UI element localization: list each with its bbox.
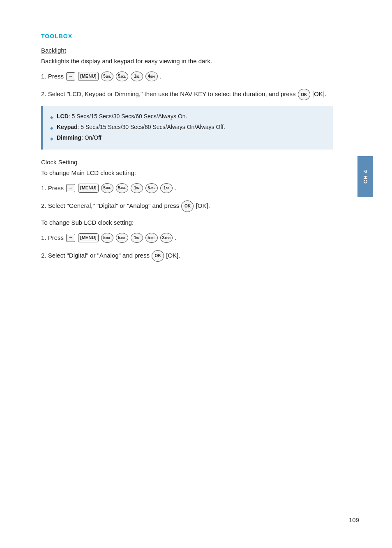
clock-step1-dot: . — [175, 183, 176, 193]
step2-sub-suffix: [OK]. — [166, 252, 180, 259]
key-152-3[interactable]: 1 52 — [160, 183, 173, 193]
minus-button-3[interactable]: − — [66, 234, 75, 242]
key-152-4[interactable]: 1 52 — [131, 233, 143, 243]
clock-step1-prefix: 1. Press — [41, 183, 64, 193]
clock-sub-step1-prefix: 1. Press — [41, 233, 64, 243]
clock-desc-main: To change Main LCD clock setting: — [41, 168, 333, 177]
step2-suffix: [OK]. — [312, 90, 326, 97]
section-title: TOOLBOX — [41, 33, 333, 39]
info-lcd-text: LCD: 5 Secs/15 Secs/30 Secs/60 Secs/Alwa… — [57, 112, 187, 122]
menu-button-2[interactable]: [MENU] — [78, 184, 99, 193]
key-4ghi-1[interactable]: 4 GHI — [145, 71, 158, 81]
ok-button-3[interactable]: OK — [152, 250, 164, 262]
info-keypad-text: Keypad: 5 Secs/15 Secs/30 Secs/60 Secs/A… — [57, 122, 225, 132]
key-5jkl-5[interactable]: 5 JKL — [145, 183, 158, 193]
clock-main-step1: 1. Press − [MENU] 5 JKL 5 JKL 1 52 5 JKL… — [41, 183, 333, 193]
step2-main-text: 2. Select "General," "Digital" or "Analo… — [41, 202, 181, 209]
step1-dot: . — [160, 71, 161, 81]
clock-main-step2: 2. Select "General," "Digital" or "Analo… — [41, 200, 333, 212]
clock-sub-step2: 2. Select "Digital" or "Analog" and pres… — [41, 250, 333, 262]
main-content: TOOLBOX Backlight Backlights the display… — [0, 0, 357, 548]
info-item-lcd: ◆ LCD: 5 Secs/15 Secs/30 Secs/60 Secs/Al… — [50, 112, 325, 122]
key-5jkl-6[interactable]: 5 JKL — [101, 233, 113, 243]
key-152-1[interactable]: 1 52 — [131, 71, 143, 81]
clock-sub-step1-dot: . — [175, 233, 176, 243]
bullet-2: ◆ — [50, 124, 53, 131]
backlight-section: Backlight Backlights the display and key… — [41, 47, 333, 150]
info-item-keypad: ◆ Keypad: 5 Secs/15 Secs/30 Secs/60 Secs… — [50, 122, 325, 132]
key-5jkl-3[interactable]: 5 JKL — [101, 183, 113, 193]
clock-setting-title: Clock Setting — [41, 159, 333, 166]
clock-setting-section: Clock Setting To change Main LCD clock s… — [41, 159, 333, 262]
key-5jkl-8[interactable]: 5 JKL — [145, 233, 158, 243]
key-5jkl-2[interactable]: 5 JKL — [116, 71, 128, 81]
page-number: 109 — [349, 516, 359, 523]
right-tab: CH 4 — [357, 0, 378, 548]
bullet-3: ◆ — [50, 135, 53, 142]
key-5jkl-7[interactable]: 5 JKL — [116, 233, 128, 243]
info-list: ◆ LCD: 5 Secs/15 Secs/30 Secs/60 Secs/Al… — [50, 112, 325, 143]
page-container: TOOLBOX Backlight Backlights the display… — [0, 0, 392, 548]
ok-button-2[interactable]: OK — [181, 200, 194, 212]
step2-sub-text: 2. Select "Digital" or "Analog" and pres… — [41, 252, 151, 259]
info-item-dimming: ◆ Dimming: On/Off — [50, 133, 325, 143]
minus-button-2[interactable]: − — [66, 184, 75, 192]
backlight-title: Backlight — [41, 47, 333, 54]
key-152-2[interactable]: 1 52 — [131, 183, 143, 193]
minus-button-1[interactable]: − — [66, 72, 75, 81]
bullet-1: ◆ — [50, 114, 53, 121]
menu-button-3[interactable]: [MENU] — [78, 233, 99, 242]
clock-sub-step1: 1. Press − [MENU] 5 JKL 5 JKL 1 52 5 JKL… — [41, 233, 333, 243]
backlight-info-box: ◆ LCD: 5 Secs/15 Secs/30 Secs/60 Secs/Al… — [41, 106, 333, 149]
chapter-tab: CH 4 — [357, 156, 373, 197]
clock-desc-sub: To change Sub LCD clock setting: — [41, 218, 333, 227]
ok-button-1[interactable]: OK — [298, 89, 310, 100]
step1-prefix: 1. Press — [41, 71, 64, 81]
backlight-description: Backlights the display and keypad for ea… — [41, 56, 333, 66]
backlight-step2: 2. Select "LCD, Keypad or Dimming," then… — [41, 89, 333, 100]
step2-main-suffix: [OK]. — [196, 202, 210, 209]
key-2abc-1[interactable]: 2 ABC — [160, 233, 173, 243]
info-dimming-text: Dimming: On/Off — [57, 133, 101, 143]
menu-button-1[interactable]: [MENU] — [78, 72, 99, 81]
step2-text: 2. Select "LCD, Keypad or Dimming," then… — [41, 90, 297, 97]
backlight-step1: 1. Press − [MENU] 5 JKL 5 JKL 1 52 4 GHI… — [41, 71, 333, 81]
key-5jkl-1[interactable]: 5 JKL — [101, 71, 113, 81]
key-5jkl-4[interactable]: 5 JKL — [116, 183, 128, 193]
